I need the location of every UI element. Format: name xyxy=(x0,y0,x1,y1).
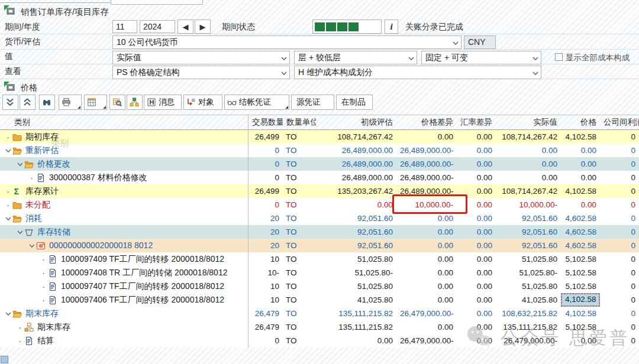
cell-actual[interactable]: 41,025.80 xyxy=(496,293,561,307)
tree-node[interactable]: ·结算 xyxy=(0,334,248,347)
cell-xdiff[interactable]: 0.00 xyxy=(457,293,496,307)
cell-prelim[interactable]: 92,051.60 xyxy=(316,225,396,239)
cell-unit[interactable]: TO xyxy=(283,184,316,198)
tree-node[interactable]: ·1000097408 TR 工厂间的转储 2000018/8012 xyxy=(0,266,248,280)
cell-xdiff[interactable]: 0.00 xyxy=(457,266,496,280)
view-structure-select[interactable]: PS 价格确定结构 xyxy=(112,66,290,79)
cell-pdiff[interactable]: 0.00 xyxy=(396,252,457,266)
period-year-input[interactable]: 2024 xyxy=(140,20,175,33)
cell-pdiff[interactable]: 0.00 xyxy=(396,225,457,239)
hierarchy-button[interactable] xyxy=(127,95,143,110)
cell-xdiff[interactable]: 0.00 xyxy=(457,280,496,293)
cell-interco[interactable]: 0 xyxy=(600,252,639,266)
tree-node[interactable]: ·1000097407 TF工厂间的转移 2000018/8012 xyxy=(0,280,248,293)
cell-prelim[interactable]: 26,489,000.00 xyxy=(316,144,396,157)
cell-actual[interactable]: 108,632,215.82 xyxy=(496,307,561,320)
column-header-5[interactable]: 汇率差异 xyxy=(457,115,496,129)
cell-prelim[interactable]: 41,025.80 xyxy=(316,293,396,307)
cell-unit[interactable]: TO xyxy=(283,171,316,184)
tree-node[interactable]: 重新评估 xyxy=(0,144,248,157)
tree-node[interactable]: ·未分配 xyxy=(0,198,248,212)
collapse-node-icon[interactable] xyxy=(15,161,24,167)
cell-qty[interactable]: 20 xyxy=(248,225,283,239)
cell-qty[interactable]: 0 xyxy=(248,334,283,347)
period-month-input[interactable]: 11 xyxy=(112,20,137,33)
cell-xdiff[interactable]: 0.00 xyxy=(457,334,496,347)
cell-price[interactable]: 0.00 xyxy=(561,198,600,212)
cell-interco[interactable]: 0 xyxy=(600,212,639,225)
cell-unit[interactable]: TO xyxy=(283,307,316,320)
cell-pdiff[interactable]: 26,489,000.00- xyxy=(396,144,457,157)
tree-node[interactable]: 000000000002000018 8012 xyxy=(0,239,248,252)
cell-xdiff[interactable]: 0.00 xyxy=(457,171,496,184)
cell-interco[interactable]: 0 xyxy=(600,320,639,334)
export-button[interactable] xyxy=(84,95,107,110)
collapse-node-icon[interactable] xyxy=(15,229,24,235)
cell-prelim[interactable]: 108,714,267.42 xyxy=(316,130,396,144)
cell-xdiff[interactable]: 0.00 xyxy=(457,184,496,198)
objects-button[interactable]: 对象 xyxy=(183,95,222,110)
cell-actual[interactable]: 10,000.00- xyxy=(496,198,561,212)
cell-qty[interactable]: 20 xyxy=(248,239,283,252)
cell-actual[interactable]: 0.00 xyxy=(496,171,561,184)
cell-prelim[interactable]: 0.00 xyxy=(316,198,396,212)
cell-prelim[interactable]: 26,489,000.00 xyxy=(316,157,396,171)
cell-qty[interactable]: 26,479 xyxy=(248,320,283,334)
cell-qty[interactable]: 0 xyxy=(248,171,283,184)
cell-interco[interactable]: 0 xyxy=(600,280,639,293)
cell-qty[interactable]: 0 xyxy=(248,144,283,157)
cell-pdiff[interactable]: 0.00 xyxy=(396,266,457,280)
tree-node[interactable]: ·期初库存 xyxy=(0,130,248,144)
cell-pdiff[interactable]: 10,000.00- xyxy=(396,198,457,212)
collapse-node-icon[interactable] xyxy=(4,311,12,317)
tree-node[interactable]: 消耗 xyxy=(0,212,248,225)
print-button[interactable] xyxy=(59,95,82,110)
column-header-7[interactable]: 价格 xyxy=(561,115,600,129)
cell-unit[interactable]: TO xyxy=(283,157,316,171)
cell-xdiff[interactable]: 0.00 xyxy=(457,157,496,171)
find-button[interactable] xyxy=(39,95,55,110)
cell-unit[interactable]: TO xyxy=(283,239,316,252)
tree-node[interactable]: ·期末库存 xyxy=(0,320,248,334)
cell-prelim[interactable]: 92,051.60 xyxy=(316,239,396,252)
column-header-6[interactable]: 实际值 xyxy=(496,115,561,129)
selected-cell[interactable]: 4,102.58 xyxy=(561,293,600,307)
cell-actual[interactable]: 108,714,267.42 xyxy=(496,130,561,144)
cell-price[interactable]: 0.00 xyxy=(561,157,600,171)
cell-actual[interactable]: 51,025.80 xyxy=(496,252,561,266)
cost-split-select[interactable]: H 维护成本构成划分 xyxy=(294,66,541,79)
cell-price[interactable]: 4,102.58 xyxy=(561,307,600,320)
table-view-button[interactable] xyxy=(109,95,125,110)
status-info-button[interactable]: i xyxy=(385,20,398,34)
cell-unit[interactable]: TO xyxy=(283,198,316,212)
cell-interco[interactable]: 0 xyxy=(600,157,639,171)
cell-interco[interactable]: 0 xyxy=(600,239,639,252)
collapse-node-icon[interactable] xyxy=(4,148,12,154)
cell-pdiff[interactable]: 26,489,000.00- xyxy=(396,184,457,198)
cell-actual[interactable]: 51,025.80 xyxy=(496,280,561,293)
cell-qty[interactable]: 0 xyxy=(248,157,283,171)
closing-doc-button[interactable]: 结帐凭证 xyxy=(224,95,289,110)
value-type-select[interactable]: 实际值 xyxy=(112,51,290,64)
cell-price[interactable]: 0.00 xyxy=(561,334,600,347)
cell-pdiff[interactable]: 0.00 xyxy=(396,239,457,252)
cell-price[interactable]: 5,102.58 xyxy=(561,266,600,280)
cell-unit[interactable]: TO xyxy=(283,130,316,144)
cell-unit[interactable]: TO xyxy=(283,266,316,280)
cell-qty[interactable]: 26,479 xyxy=(248,307,283,320)
cell-xdiff[interactable]: 0.00 xyxy=(457,130,496,144)
cell-prelim[interactable]: 51,025.80 xyxy=(316,280,396,293)
cell-price[interactable]: 4,602.58 xyxy=(561,239,600,252)
cell-prelim[interactable]: 51,025.80 xyxy=(316,252,396,266)
cell-qty[interactable]: 26,499 xyxy=(248,130,283,144)
cell-price[interactable]: 4,602.58 xyxy=(561,212,600,225)
wip-button[interactable]: 在制品 xyxy=(336,95,373,110)
cell-xdiff[interactable]: 0.00 xyxy=(457,252,496,266)
cell-unit[interactable]: TO xyxy=(283,144,316,157)
cell-xdiff[interactable]: 0.00 xyxy=(457,198,496,212)
cell-qty[interactable]: 26,499 xyxy=(248,184,283,198)
show-all-costs-checkbox[interactable] xyxy=(555,53,563,61)
cell-xdiff[interactable]: 0.00 xyxy=(457,307,496,320)
cell-prelim[interactable]: 135,111,215.82 xyxy=(316,320,396,334)
column-header-1[interactable]: 交易数量 xyxy=(248,115,283,129)
